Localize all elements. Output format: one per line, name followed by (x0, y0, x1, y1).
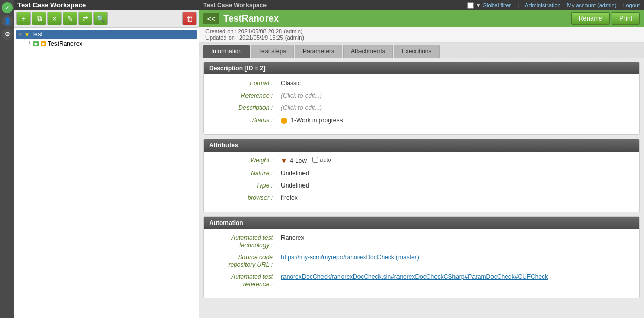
type-value: Undefined (281, 182, 309, 189)
nature-value: Undefined (281, 170, 309, 177)
expand-icon: ▼ (17, 32, 23, 38)
weight-value: ▼ 4-Low auto (281, 157, 331, 164)
description-field-row: Description : (Click to edit...) (210, 104, 633, 111)
tab-test-steps[interactable]: Test steps (251, 45, 294, 58)
weight-down-icon: ▼ (281, 157, 287, 164)
check-sidebar-icon[interactable]: ✓ (2, 2, 13, 13)
format-label: Format : (210, 80, 277, 87)
back-button[interactable]: << (203, 13, 219, 24)
print-button[interactable]: Print (612, 12, 640, 25)
tab-parameters[interactable]: Parameters (295, 45, 342, 58)
type-row: Type : Undefined (210, 182, 633, 189)
tree-toolbar: + ⧉ ✕ ✎ ⇄ 🔍 🗑 (14, 10, 199, 28)
copy-node-button[interactable]: ⧉ (32, 12, 46, 25)
tree-root-label: Test (31, 31, 43, 38)
tree-root-node[interactable]: ▼ ★ Test (16, 30, 197, 39)
reference-row: Reference : (Click to edit...) (210, 92, 633, 99)
title-bar: << TestRanorex Rename Print (199, 10, 644, 27)
nature-row: Nature : Undefined (210, 170, 633, 177)
nature-label: Nature : (210, 170, 277, 177)
trash-node-button[interactable]: 🗑 (182, 12, 197, 25)
automation-body: Automated test technology : Ranorex Sour… (204, 229, 639, 298)
auto-ref-value[interactable]: ranorexDocCheck/ranorexDocCheck.sln#rano… (281, 273, 548, 280)
format-row: Format : Classic (210, 80, 633, 87)
status-label: Status : (210, 117, 277, 124)
source-url-row: Source code repository URL : https://my-… (210, 254, 633, 268)
logout-link[interactable]: Logout (622, 2, 640, 8)
page-title: TestRanorex (223, 13, 279, 24)
source-url-label: Source code repository URL : (210, 254, 277, 268)
status-row: Status : 1-Work in progress (210, 117, 633, 124)
tree-child-row[interactable]: └ ■ ■ TestRanorex (27, 39, 197, 48)
reference-value[interactable]: (Click to edit...) (281, 92, 322, 99)
global-filter-link[interactable]: Global filter (483, 2, 512, 8)
tree-area: ▼ ★ Test └ ■ ■ TestRanorex (14, 28, 199, 318)
gear-sidebar-icon[interactable]: ⚙ (2, 29, 13, 40)
user-sidebar-icon[interactable]: 👤 (2, 15, 13, 27)
tab-information[interactable]: Information (203, 45, 250, 58)
auto-checkbox[interactable] (312, 157, 318, 163)
automation-header: Automation (204, 217, 639, 229)
description-body: Format : Classic Reference : (Click to e… (204, 74, 639, 134)
browser-label: browser : (210, 194, 277, 201)
sidebar-icons-panel: ✓ 👤 ⚙ (0, 0, 14, 318)
weight-row: Weight : ▼ 4-Low auto (210, 157, 633, 164)
status-value: 1-Work in progress (281, 117, 343, 124)
attributes-header: Attributes (204, 139, 639, 152)
description-section: Description [ID = 2] Format : Classic Re… (203, 62, 640, 135)
type-label: Type : (210, 182, 277, 189)
description-header: Description [ID = 2] (204, 62, 639, 74)
add-node-button[interactable]: + (16, 12, 31, 25)
format-value: Classic (281, 80, 301, 87)
description-value[interactable]: (Click to edit...) (281, 104, 322, 111)
updated-info: Updated on : 2021/05/19 15:25 (admin) (205, 34, 638, 41)
source-url-value[interactable]: https://my-scm/myrepo/ranorexDocCheck (m… (281, 254, 419, 261)
child-expand-icon: └ (28, 41, 31, 47)
browser-value: firefox (281, 194, 298, 201)
child-badge-green: ■ (33, 41, 39, 46)
main-content: Test Case Workspace ▼ Global filter | Ad… (199, 0, 644, 318)
weight-label: Weight : (210, 157, 277, 164)
auto-tech-value: Ranorex (281, 234, 304, 241)
content-area: Description [ID = 2] Format : Classic Re… (199, 58, 644, 318)
tab-attachments[interactable]: Attachments (343, 45, 393, 58)
auto-ref-label: Automated test reference : (210, 273, 277, 288)
top-bar-right: ▼ Global filter | Administration My acco… (467, 2, 640, 9)
app-title-topbar: Test Case Workspace (203, 2, 267, 9)
status-dot (281, 118, 287, 124)
global-filter-container: ▼ Global filter (467, 2, 512, 9)
auto-label: auto (312, 157, 331, 163)
global-filter-dropdown-icon[interactable]: ▼ (476, 2, 481, 8)
top-bar: Test Case Workspace ▼ Global filter | Ad… (199, 0, 644, 10)
global-filter-checkbox[interactable] (467, 2, 474, 9)
title-actions: Rename Print (571, 12, 640, 25)
meta-info: Created on : 2021/05/08 20:28 (admin) Up… (199, 27, 644, 43)
edit-node-button[interactable]: ✎ (63, 12, 77, 25)
weight-text: 4-Low (290, 157, 307, 164)
administration-link[interactable]: Administration (525, 2, 561, 8)
child-badge-orange: ■ (41, 41, 46, 46)
browser-row: browser : firefox (210, 194, 633, 201)
reference-label: Reference : (210, 92, 277, 99)
automation-section: Automation Automated test technology : R… (203, 216, 640, 298)
attributes-body: Weight : ▼ 4-Low auto Nature : Undefined (204, 152, 639, 212)
tab-executions[interactable]: Executions (394, 45, 440, 58)
rename-button[interactable]: Rename (571, 12, 610, 25)
search-node-button[interactable]: 🔍 (93, 12, 108, 25)
created-info: Created on : 2021/05/08 20:28 (admin) (205, 28, 638, 34)
auto-ref-row: Automated test reference : ranorexDocChe… (210, 273, 633, 288)
left-panel-title: Test Case Workspace (14, 0, 199, 10)
attributes-section: Attributes Weight : ▼ 4-Low auto Nature … (203, 139, 640, 212)
auto-text: auto (320, 157, 331, 163)
workspace-title: Test Case Workspace (17, 1, 86, 9)
move-node-button[interactable]: ⇄ (78, 12, 92, 25)
description-label: Description : (210, 104, 277, 111)
auto-tech-label: Automated test technology : (210, 234, 277, 249)
left-panel: Test Case Workspace + ⧉ ✕ ✎ ⇄ 🔍 🗑 ▼ ★ Te… (14, 0, 199, 318)
my-account-link[interactable]: My account (admin) (567, 2, 617, 8)
tabs-bar: Information Test steps Parameters Attach… (199, 43, 644, 58)
star-icon: ★ (24, 31, 30, 38)
delete-node-button[interactable]: ✕ (47, 12, 62, 25)
tree-child-label: TestRanorex (48, 40, 82, 47)
tree-child-node: └ ■ ■ TestRanorex (27, 39, 197, 48)
